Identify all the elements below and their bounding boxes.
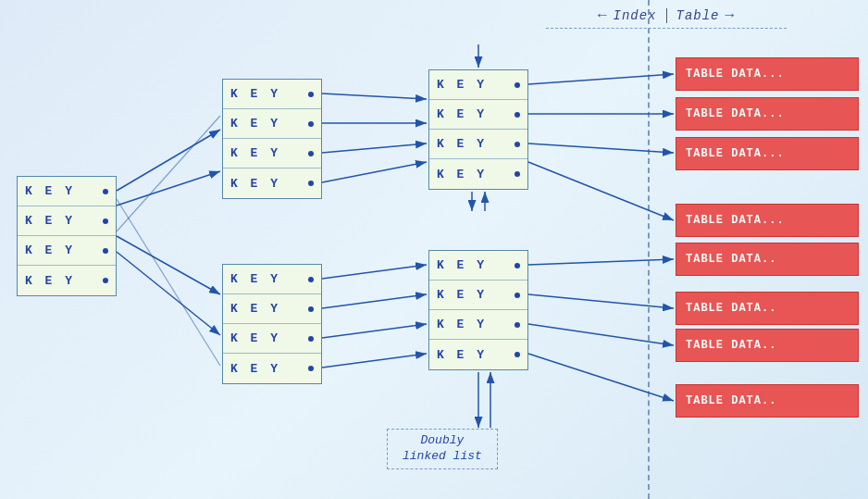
svg-line-21	[528, 354, 674, 401]
svg-line-3	[117, 171, 220, 206]
key-row: K E Y	[429, 100, 527, 130]
table-data-6: TABLE DATA..	[676, 292, 859, 325]
svg-line-17	[528, 162, 674, 220]
svg-line-16	[528, 143, 674, 153]
table-data-4: TABLE DATA...	[676, 204, 859, 237]
key-row: K E Y	[18, 206, 116, 236]
key-row: K E Y	[18, 266, 116, 295]
svg-line-2	[117, 130, 220, 191]
table-data-2: TABLE DATA...	[676, 97, 859, 131]
key-row: K E Y	[429, 70, 527, 100]
key-row: K E Y	[223, 168, 321, 198]
svg-line-20	[528, 324, 674, 345]
key-row: K E Y	[429, 310, 527, 340]
index-label: Index	[613, 8, 656, 23]
svg-line-5	[117, 252, 220, 335]
index-table-divider	[648, 0, 650, 499]
table-data-7: TABLE DATA..	[676, 329, 859, 362]
svg-line-27	[117, 199, 220, 366]
svg-line-10	[322, 265, 427, 279]
doubly-linked-label: Doublylinked list	[387, 429, 498, 469]
key-table-level1b: K E Y K E Y K E Y K E Y	[222, 264, 322, 384]
table-data-8: TABLE DATA..	[676, 384, 859, 418]
key-row: K E Y	[429, 130, 527, 159]
svg-line-13	[322, 354, 427, 368]
svg-line-12	[322, 324, 427, 338]
key-row: K E Y	[223, 265, 321, 294]
svg-line-6	[322, 94, 427, 99]
key-row: K E Y	[429, 159, 527, 189]
table-data-5: TABLE DATA..	[676, 243, 859, 276]
svg-line-19	[528, 294, 674, 308]
key-row: K E Y	[429, 251, 527, 281]
arrow-left-icon: ←	[598, 7, 608, 24]
key-table-level2a: K E Y K E Y K E Y K E Y	[428, 69, 528, 190]
index-table-header: ← Index Table →	[527, 7, 805, 29]
key-row: K E Y	[223, 294, 321, 324]
svg-line-9	[322, 162, 427, 182]
key-row: K E Y	[223, 80, 321, 109]
key-row: K E Y	[18, 236, 116, 266]
svg-line-4	[117, 236, 220, 294]
arrow-right-icon: →	[725, 7, 736, 24]
svg-line-14	[528, 74, 674, 84]
doubly-linked-text: Doublylinked list	[403, 433, 482, 463]
key-table-level1a: K E Y K E Y K E Y K E Y	[222, 79, 322, 199]
key-table-level0: K E Y K E Y K E Y K E Y	[17, 176, 117, 296]
table-label: Table	[676, 8, 720, 23]
svg-line-28	[117, 116, 220, 231]
diagram-container: ← Index Table → K E Y K E Y K E Y K E Y …	[0, 0, 868, 499]
svg-line-11	[322, 294, 427, 308]
key-row: K E Y	[223, 324, 321, 354]
table-data-3: TABLE DATA...	[676, 137, 859, 170]
table-data-1: TABLE DATA...	[676, 57, 859, 91]
key-row: K E Y	[18, 177, 116, 206]
key-row: K E Y	[223, 139, 321, 168]
key-row: K E Y	[429, 281, 527, 310]
key-row: K E Y	[223, 354, 321, 383]
key-row: K E Y	[429, 340, 527, 369]
key-row: K E Y	[223, 109, 321, 139]
svg-line-8	[322, 143, 427, 153]
svg-line-18	[528, 259, 674, 265]
key-table-level2b: K E Y K E Y K E Y K E Y	[428, 250, 528, 370]
